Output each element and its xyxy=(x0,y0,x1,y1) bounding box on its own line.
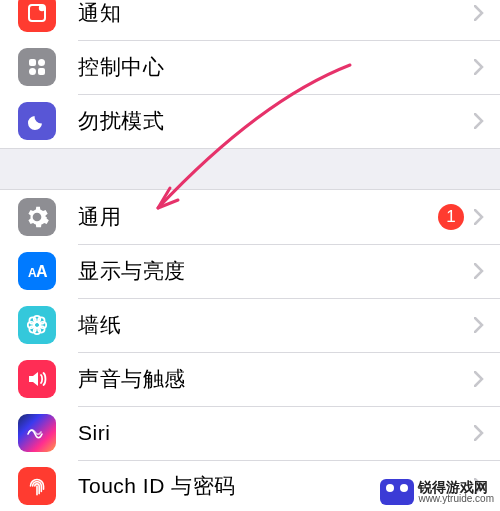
chevron-right-icon xyxy=(474,317,484,333)
row-label: 勿扰模式 xyxy=(78,107,464,135)
wallpaper-icon xyxy=(18,306,56,344)
chevron-right-icon xyxy=(474,5,484,21)
chevron-right-icon xyxy=(474,371,484,387)
chevron-right-icon xyxy=(474,113,484,129)
row-general[interactable]: 通用 1 xyxy=(0,190,500,244)
touchid-icon xyxy=(18,467,56,505)
svg-rect-2 xyxy=(29,59,36,66)
row-label: 墙纸 xyxy=(78,311,464,339)
sounds-icon xyxy=(18,360,56,398)
chevron-right-icon xyxy=(474,59,484,75)
row-notifications[interactable]: 通知 xyxy=(0,0,500,40)
chevron-right-icon xyxy=(474,478,484,494)
svg-text:A: A xyxy=(36,263,48,280)
row-do-not-disturb[interactable]: 勿扰模式 xyxy=(0,94,500,148)
row-display-brightness[interactable]: AA 显示与亮度 xyxy=(0,244,500,298)
section-gap xyxy=(0,148,500,190)
chevron-right-icon xyxy=(474,209,484,225)
row-wallpaper[interactable]: 墙纸 xyxy=(0,298,500,352)
display-icon: AA xyxy=(18,252,56,290)
do-not-disturb-icon xyxy=(18,102,56,140)
notification-icon xyxy=(18,0,56,32)
row-control-center[interactable]: 控制中心 xyxy=(0,40,500,94)
row-label: 通用 xyxy=(78,203,438,231)
row-label: 通知 xyxy=(78,0,464,27)
row-label: Touch ID 与密码 xyxy=(78,472,464,500)
control-center-icon xyxy=(18,48,56,86)
row-sounds[interactable]: 声音与触感 xyxy=(0,352,500,406)
chevron-right-icon xyxy=(474,263,484,279)
svg-point-1 xyxy=(39,5,45,11)
settings-group-2: 通用 1 AA 显示与亮度 墙纸 声音与触感 Siri Touch ID xyxy=(0,190,500,511)
settings-group-1: 通知 控制中心 勿扰模式 xyxy=(0,0,500,148)
row-label: 显示与亮度 xyxy=(78,257,464,285)
row-label: Siri xyxy=(78,421,464,445)
svg-point-3 xyxy=(38,59,45,66)
row-label: 控制中心 xyxy=(78,53,464,81)
general-icon xyxy=(18,198,56,236)
svg-rect-4 xyxy=(29,68,36,75)
chevron-right-icon xyxy=(474,425,484,441)
row-touchid[interactable]: Touch ID 与密码 xyxy=(0,460,500,511)
svg-rect-5 xyxy=(38,68,45,75)
siri-icon xyxy=(18,414,56,452)
row-siri[interactable]: Siri xyxy=(0,406,500,460)
row-label: 声音与触感 xyxy=(78,365,464,393)
notification-badge: 1 xyxy=(438,204,464,230)
